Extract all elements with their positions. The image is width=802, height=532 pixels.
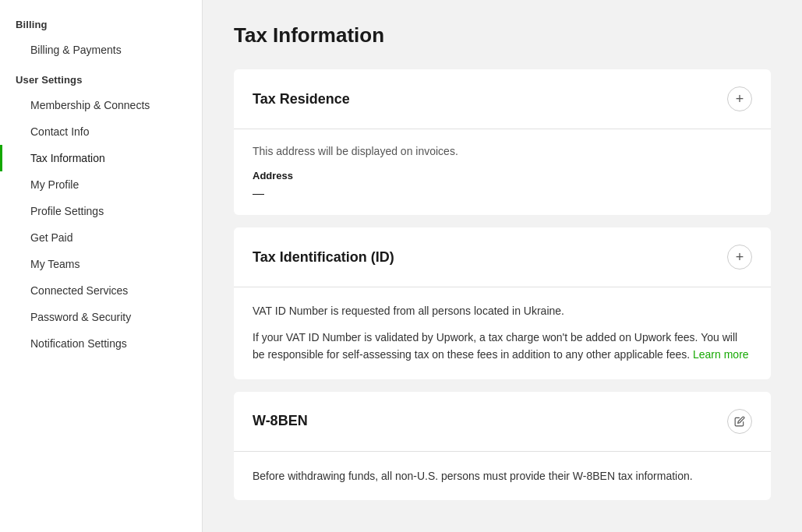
tax-residence-card: Tax Residence + This address will be dis… xyxy=(234,69,771,215)
sidebar-item-connected-services[interactable]: Connected Services xyxy=(0,277,202,304)
w8ben-edit-button[interactable] xyxy=(727,409,752,434)
w8ben-card: W-8BEN Before withdrawing funds, all non… xyxy=(234,392,771,500)
address-value: — xyxy=(253,186,752,199)
tax-residence-header: Tax Residence + xyxy=(234,69,771,129)
page-title: Tax Information xyxy=(234,23,771,48)
w8ben-body: Before withdrawing funds, all non-U.S. p… xyxy=(234,452,771,500)
sidebar-item-notification-settings[interactable]: Notification Settings xyxy=(0,330,202,357)
tax-residence-add-button[interactable]: + xyxy=(727,86,752,111)
address-label: Address xyxy=(253,170,752,181)
tax-identification-add-button[interactable]: + xyxy=(727,245,752,270)
invoice-note: This address will be displayed on invoic… xyxy=(253,145,752,157)
sidebar-item-contact-info[interactable]: Contact Info xyxy=(0,118,202,145)
main-content: Tax Information Tax Residence + This add… xyxy=(203,0,802,532)
tax-residence-title: Tax Residence xyxy=(253,91,350,107)
w8ben-body-text: Before withdrawing funds, all non-U.S. p… xyxy=(253,467,752,484)
tax-identification-card: Tax Identification (ID) + VAT ID Number … xyxy=(234,227,771,379)
billing-section-label: Billing xyxy=(0,8,202,37)
sidebar-item-billing-payments[interactable]: Billing & Payments xyxy=(0,37,202,63)
w8ben-header: W-8BEN xyxy=(234,392,771,452)
sidebar-item-my-teams[interactable]: My Teams xyxy=(0,251,202,277)
vat-text-1: VAT ID Number is requested from all pers… xyxy=(253,303,752,319)
sidebar-item-password-security[interactable]: Password & Security xyxy=(0,304,202,330)
sidebar-item-profile-settings[interactable]: Profile Settings xyxy=(0,198,202,224)
tax-identification-header: Tax Identification (ID) + xyxy=(234,227,771,287)
sidebar: Billing Billing & Payments User Settings… xyxy=(0,0,203,532)
sidebar-item-tax-information[interactable]: Tax Information xyxy=(0,145,202,171)
learn-more-link[interactable]: Learn more xyxy=(693,348,749,361)
w8ben-title: W-8BEN xyxy=(253,413,308,429)
tax-identification-title: Tax Identification (ID) xyxy=(253,249,394,266)
sidebar-item-membership-connects[interactable]: Membership & Connects xyxy=(0,92,202,118)
sidebar-item-get-paid[interactable]: Get Paid xyxy=(0,224,202,251)
sidebar-item-my-profile[interactable]: My Profile xyxy=(0,171,202,198)
tax-residence-body: This address will be displayed on invoic… xyxy=(234,129,771,215)
user-settings-section-label: User Settings xyxy=(0,63,202,92)
vat-text-2: If your VAT ID Number is validated by Up… xyxy=(253,329,752,364)
tax-identification-body: VAT ID Number is requested from all pers… xyxy=(234,287,771,379)
